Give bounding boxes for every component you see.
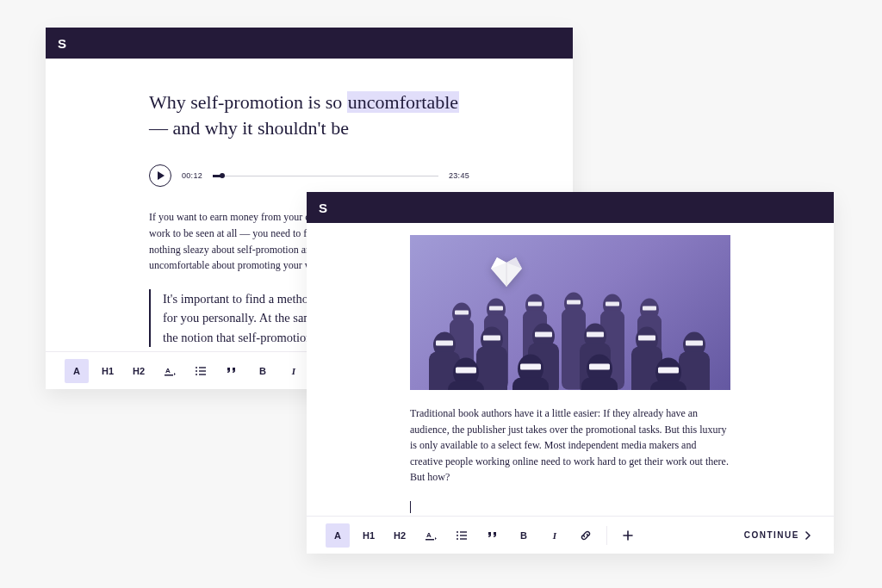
list-icon xyxy=(456,529,468,542)
svg-rect-43 xyxy=(686,341,703,346)
text-color-icon: A xyxy=(425,529,437,542)
svg-rect-53 xyxy=(520,364,541,370)
heading1-button[interactable]: H1 xyxy=(357,523,381,548)
quote-button[interactable] xyxy=(481,523,505,548)
svg-rect-55 xyxy=(658,368,679,374)
heart-icon xyxy=(488,254,525,290)
svg-rect-41 xyxy=(587,332,604,337)
app-logo: S xyxy=(58,36,67,51)
svg-rect-1 xyxy=(165,374,173,376)
title-text-highlight: uncomfortable xyxy=(347,91,459,113)
link-icon xyxy=(580,529,592,542)
document-title[interactable]: Why self-promotion is so uncomfortable —… xyxy=(149,90,469,140)
svg-rect-3 xyxy=(199,367,206,368)
svg-point-60 xyxy=(457,535,458,536)
audio-current-time: 00:12 xyxy=(182,171,202,180)
list-button[interactable] xyxy=(450,523,474,548)
formatting-toolbar: A H1 H2 A B I CONTINUE xyxy=(307,516,834,554)
svg-rect-63 xyxy=(460,538,467,539)
svg-point-4 xyxy=(196,370,197,372)
svg-rect-21 xyxy=(489,306,503,311)
svg-rect-47 xyxy=(512,378,549,390)
svg-rect-51 xyxy=(650,381,686,390)
svg-rect-7 xyxy=(199,374,206,374)
paragraph-style-button[interactable]: A xyxy=(65,359,89,383)
svg-rect-24 xyxy=(606,302,619,306)
svg-rect-59 xyxy=(460,531,467,532)
svg-rect-54 xyxy=(589,364,610,370)
document-content[interactable]: Traditional book authors have it a littl… xyxy=(307,223,834,516)
svg-rect-39 xyxy=(483,336,500,341)
svg-rect-52 xyxy=(456,368,476,374)
toolbar-divider xyxy=(606,526,607,545)
heading2-button[interactable]: H2 xyxy=(127,359,151,383)
svg-rect-22 xyxy=(528,302,542,306)
svg-point-58 xyxy=(457,531,458,533)
svg-rect-40 xyxy=(535,332,552,337)
heading1-button[interactable]: H1 xyxy=(96,359,120,383)
plus-icon xyxy=(623,530,633,541)
svg-rect-23 xyxy=(567,300,581,305)
svg-rect-61 xyxy=(460,535,467,535)
svg-point-2 xyxy=(196,367,197,368)
title-text-pre: Why self-promotion is so xyxy=(149,91,347,113)
quote-icon xyxy=(226,365,238,377)
svg-text:A: A xyxy=(426,531,432,539)
text-color-button[interactable]: A xyxy=(158,359,182,383)
svg-rect-5 xyxy=(199,370,206,371)
link-button[interactable] xyxy=(574,523,598,548)
audio-progress[interactable] xyxy=(213,176,438,176)
list-button[interactable] xyxy=(189,359,213,383)
play-button[interactable] xyxy=(149,164,171,187)
quote-button[interactable] xyxy=(220,359,244,383)
text-color-button[interactable]: A xyxy=(419,523,443,548)
paragraph-style-button[interactable]: A xyxy=(326,523,350,548)
text-cursor xyxy=(410,501,411,513)
play-icon xyxy=(157,171,165,180)
titlebar: S xyxy=(46,28,573,59)
bold-button[interactable]: B xyxy=(512,523,536,548)
svg-rect-38 xyxy=(436,341,453,346)
heading2-button[interactable]: H2 xyxy=(388,523,412,548)
continue-label: CONTINUE xyxy=(744,530,799,540)
continue-button[interactable]: CONTINUE xyxy=(741,525,815,545)
svg-rect-20 xyxy=(455,311,469,315)
svg-rect-45 xyxy=(448,381,484,390)
crowd-illustration xyxy=(410,263,730,390)
text-color-icon: A xyxy=(164,365,176,377)
italic-button[interactable]: I xyxy=(282,359,306,383)
audio-total-time: 23:45 xyxy=(449,171,469,180)
svg-point-62 xyxy=(457,538,458,540)
audio-progress-knob[interactable] xyxy=(220,173,225,178)
titlebar: S xyxy=(307,192,834,223)
app-logo: S xyxy=(319,201,328,215)
svg-point-6 xyxy=(196,374,197,375)
title-text-post: — and why it shouldn't be xyxy=(149,117,349,139)
add-block-button[interactable] xyxy=(616,523,640,548)
quote-icon xyxy=(487,529,499,542)
svg-text:A: A xyxy=(165,367,171,374)
bold-button[interactable]: B xyxy=(251,359,275,383)
svg-rect-42 xyxy=(638,336,655,341)
list-icon xyxy=(195,365,207,377)
italic-button[interactable]: I xyxy=(543,523,567,548)
svg-rect-25 xyxy=(643,306,656,311)
feature-image[interactable] xyxy=(410,235,730,390)
paragraph[interactable]: Traditional book authors have it a littl… xyxy=(410,405,730,486)
editor-window-front: S xyxy=(307,192,834,554)
audio-player: 00:12 23:45 xyxy=(149,164,469,187)
svg-rect-49 xyxy=(581,378,618,390)
svg-rect-57 xyxy=(425,539,434,541)
chevron-right-icon xyxy=(804,531,811,540)
